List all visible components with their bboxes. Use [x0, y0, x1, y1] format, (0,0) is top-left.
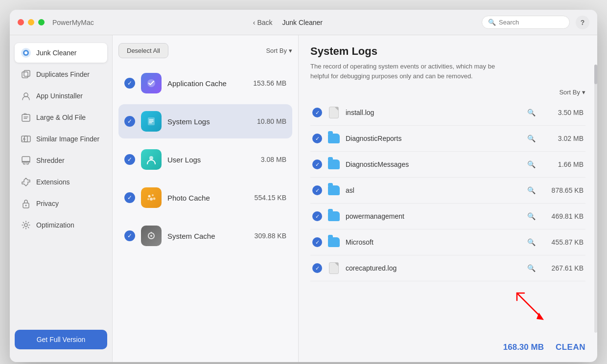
help-button[interactable]: ? — [576, 16, 589, 29]
sidebar-label-similar-image: Similar Image Finder — [36, 135, 99, 143]
user-logs-size: 3.08 MB — [261, 156, 286, 163]
file-check-diagnostic-messages[interactable]: ✓ — [312, 159, 322, 169]
minimize-button[interactable] — [28, 19, 34, 25]
system-cache-info: System Cache — [167, 232, 249, 240]
scrollbar-track — [594, 65, 597, 333]
chevron-down-icon: ▾ — [289, 47, 292, 54]
right-panel-title: System Logs — [310, 45, 585, 58]
search-icon: 🔍 — [488, 19, 496, 26]
corecaptured-icon — [327, 261, 341, 275]
file-search-icon-4[interactable]: 🔍 — [527, 212, 536, 220]
file-item-asl[interactable]: ✓ asl 🔍 878.65 KB — [310, 178, 585, 204]
file-item-powermanagement[interactable]: ✓ powermanagement 🔍 469.81 KB — [310, 204, 585, 229]
junk-cleaner-icon — [21, 47, 31, 58]
file-search-icon-3[interactable]: 🔍 — [527, 186, 536, 194]
sidebar: Junk Cleaner Duplicates Finder — [10, 35, 113, 362]
svg-line-13 — [23, 163, 24, 164]
svg-point-34 — [151, 232, 152, 233]
back-button[interactable]: ‹ Back — [253, 19, 273, 26]
app-uninstaller-icon — [21, 91, 31, 101]
photo-cache-icon — [141, 187, 162, 208]
close-button[interactable] — [18, 19, 24, 25]
page-title-header: Junk Cleaner — [282, 19, 323, 26]
right-header: System Logs The record of operating syst… — [310, 45, 585, 81]
file-item-microsoft[interactable]: ✓ Microsoft 🔍 455.87 KB — [310, 229, 585, 255]
scrollbar-thumb[interactable] — [594, 65, 597, 84]
file-search-icon-5[interactable]: 🔍 — [527, 238, 536, 246]
sidebar-item-large-old-file[interactable]: Large & Old File — [15, 108, 107, 127]
svg-point-2 — [24, 51, 27, 54]
file-size-diagnostic-messages: 1.66 MB — [544, 160, 584, 168]
file-size-microsoft: 455.87 KB — [544, 238, 584, 246]
svg-point-11 — [23, 138, 25, 139]
traffic-lights — [18, 19, 45, 25]
system-logs-info: System Logs — [167, 117, 251, 126]
file-search-icon-1[interactable]: 🔍 — [527, 135, 536, 142]
clean-button[interactable]: CLEAN — [556, 342, 585, 352]
file-size-asl: 878.65 KB — [544, 186, 584, 194]
system-logs-name: System Logs — [167, 117, 251, 126]
cache-item-system-cache[interactable]: ✓ System Cache 309.88 KB — [118, 219, 292, 253]
sidebar-item-extensions[interactable]: Extensions — [15, 172, 107, 192]
search-box[interactable]: 🔍 — [482, 16, 570, 29]
app-cache-checkbox[interactable]: ✓ — [124, 78, 135, 89]
photo-cache-name: Photo Cache — [167, 194, 249, 202]
sidebar-item-optimization[interactable]: Optimization — [15, 215, 107, 235]
file-item-install-log[interactable]: ✓ install.log 🔍 3.50 MB — [310, 100, 585, 126]
file-item-diagnostic-messages[interactable]: ✓ DiagnosticMessages 🔍 1.66 MB — [310, 152, 585, 178]
right-sort-by-button[interactable]: Sort By ▾ — [559, 89, 585, 96]
user-logs-info: User Logs — [167, 156, 255, 164]
sidebar-label-junk-cleaner: Junk Cleaner — [36, 49, 77, 57]
sidebar-label-duplicates: Duplicates Finder — [36, 70, 90, 78]
file-check-install-log[interactable]: ✓ — [312, 108, 322, 117]
system-cache-size: 309.88 KB — [255, 232, 286, 240]
system-logs-size: 10.80 MB — [257, 117, 286, 125]
cache-item-system-logs[interactable]: ✓ System Logs 10.80 MB — [118, 104, 292, 138]
file-search-icon-2[interactable]: 🔍 — [527, 160, 536, 168]
chevron-left-icon: ‹ — [253, 19, 256, 26]
file-check-diagnostic-reports[interactable]: ✓ — [312, 134, 322, 143]
file-name-powermanagement: powermanagement — [346, 212, 522, 220]
sidebar-item-duplicates-finder[interactable]: Duplicates Finder — [15, 65, 107, 84]
deselect-all-button[interactable]: Deselect All — [118, 43, 168, 58]
middle-panel: Deselect All Sort By ▾ ✓ Application Cac… — [113, 35, 299, 362]
diagnostic-messages-icon — [327, 158, 341, 171]
cache-item-user-logs[interactable]: ✓ User Logs 3.08 MB — [118, 142, 292, 177]
right-sort-row: Sort By ▾ — [310, 89, 585, 96]
content: Junk Cleaner Duplicates Finder — [10, 35, 597, 362]
app-cache-name: Application Cache — [167, 79, 247, 88]
system-cache-checkbox[interactable]: ✓ — [124, 230, 135, 241]
sidebar-item-app-uninstaller[interactable]: App Uninstaller — [15, 86, 107, 106]
user-logs-checkbox[interactable]: ✓ — [124, 154, 135, 165]
maximize-button[interactable] — [38, 19, 45, 25]
file-search-icon-6[interactable]: 🔍 — [527, 264, 536, 272]
cache-item-app-cache[interactable]: ✓ Application Cache 153.56 MB — [118, 66, 292, 100]
file-check-corecaptured[interactable]: ✓ — [312, 263, 322, 273]
sidebar-item-privacy[interactable]: Privacy — [15, 194, 107, 213]
file-item-corecaptured-log[interactable]: ✓ corecaptured.log 🔍 267.61 KB — [310, 255, 585, 281]
middle-toolbar: Deselect All Sort By ▾ — [118, 43, 292, 58]
system-cache-icon — [141, 226, 162, 246]
get-full-version-button[interactable]: Get Full Version — [15, 330, 107, 349]
titlebar: PowerMyMac ‹ Back Junk Cleaner 🔍 ? — [10, 10, 597, 35]
file-name-diagnostic-messages: DiagnosticMessages — [346, 160, 522, 168]
sidebar-label-optimization: Optimization — [36, 221, 74, 229]
file-check-microsoft[interactable]: ✓ — [312, 237, 322, 247]
file-size-powermanagement: 469.81 KB — [544, 212, 584, 220]
cache-item-photo-cache[interactable]: ✓ Photo Cache 554.15 KB — [118, 181, 292, 215]
file-check-asl[interactable]: ✓ — [312, 185, 322, 195]
file-check-powermanagement[interactable]: ✓ — [312, 211, 322, 221]
sidebar-item-junk-cleaner[interactable]: Junk Cleaner — [15, 43, 107, 63]
search-input[interactable] — [499, 19, 563, 26]
sidebar-item-shredder[interactable]: Shredder — [15, 151, 107, 170]
svg-point-31 — [153, 198, 156, 200]
system-logs-checkbox[interactable]: ✓ — [124, 116, 135, 127]
middle-sort-by-button[interactable]: Sort By ▾ — [266, 47, 292, 54]
svg-rect-4 — [24, 70, 30, 76]
photo-cache-checkbox[interactable]: ✓ — [124, 192, 135, 203]
file-item-diagnostic-reports[interactable]: ✓ DiagnosticReports 🔍 3.02 MB — [310, 126, 585, 152]
sidebar-item-similar-image[interactable]: Similar Image Finder — [15, 129, 107, 149]
similar-image-icon — [21, 134, 31, 144]
privacy-icon — [21, 198, 31, 209]
file-search-icon-0[interactable]: 🔍 — [527, 109, 536, 116]
